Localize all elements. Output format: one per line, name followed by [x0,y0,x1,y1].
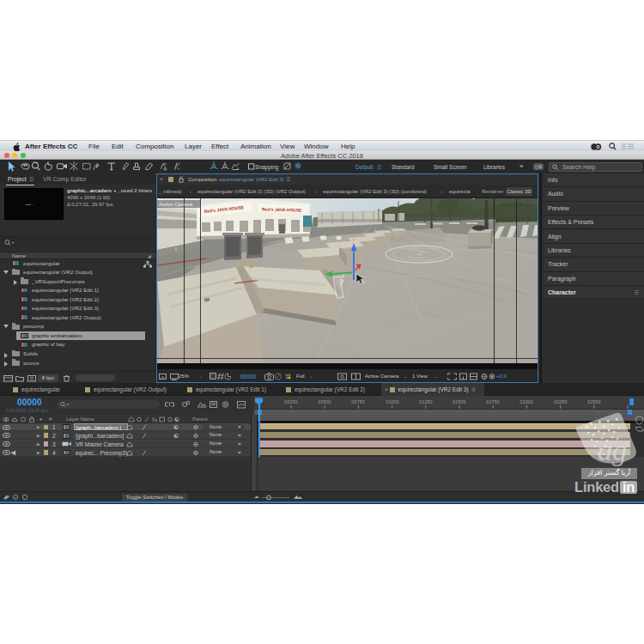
svg-text:Active Camera: Active Camera [159,202,193,207]
svg-text:Red’s JAVA HOUSE: Red’s JAVA HOUSE [262,207,302,213]
